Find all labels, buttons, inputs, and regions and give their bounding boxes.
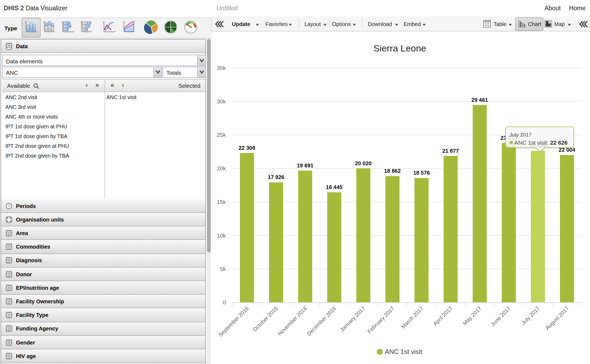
svg-text:October 2016: October 2016 xyxy=(252,305,279,333)
svg-text:0: 0 xyxy=(223,299,226,306)
svg-text:35k: 35k xyxy=(217,65,226,71)
svg-text:ANC 1st visit: ANC 1st visit xyxy=(385,348,422,355)
svg-text:5k: 5k xyxy=(220,266,226,272)
svg-text:30k: 30k xyxy=(217,98,226,105)
svg-text:June 2017: June 2017 xyxy=(490,305,512,327)
svg-text:Sierra Leone: Sierra Leone xyxy=(374,43,426,53)
svg-text:November 2016: November 2016 xyxy=(277,305,308,337)
svg-text:20 020: 20 020 xyxy=(355,160,372,166)
svg-text:April 2017: April 2017 xyxy=(432,305,453,327)
svg-text:18 862: 18 862 xyxy=(384,168,401,174)
svg-text:10k: 10k xyxy=(217,232,226,239)
svg-text:August 2017: August 2017 xyxy=(544,305,570,331)
svg-text:20k: 20k xyxy=(217,165,226,171)
svg-text:September 2016: September 2016 xyxy=(217,305,250,338)
svg-text:15k: 15k xyxy=(217,199,226,205)
svg-text:25k: 25k xyxy=(217,132,226,138)
svg-text:December 2016: December 2016 xyxy=(306,305,337,337)
svg-text:July 2017: July 2017 xyxy=(520,305,541,326)
svg-text:March 2017: March 2017 xyxy=(400,305,424,330)
svg-text:18 576: 18 576 xyxy=(413,170,430,176)
svg-text:July 2017: July 2017 xyxy=(510,132,531,138)
svg-text:29 461: 29 461 xyxy=(471,97,488,103)
svg-text:May 2017: May 2017 xyxy=(462,305,483,326)
svg-text:ANC 1st visit: 22 626: ANC 1st visit: 22 626 xyxy=(514,139,568,146)
svg-text:19 691: 19 691 xyxy=(297,162,313,168)
svg-text:17 926: 17 926 xyxy=(268,174,284,180)
svg-text:21 877: 21 877 xyxy=(442,148,459,154)
svg-text:16 445: 16 445 xyxy=(326,184,342,190)
svg-text:February 2017: February 2017 xyxy=(366,305,396,334)
svg-text:January 2017: January 2017 xyxy=(339,305,366,333)
svg-text:22 308: 22 308 xyxy=(239,145,255,151)
